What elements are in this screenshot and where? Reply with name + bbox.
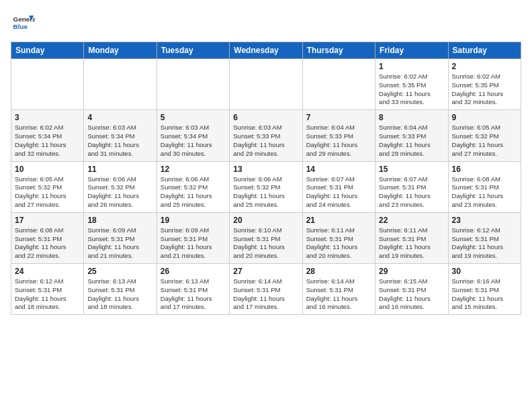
day-number: 13 xyxy=(233,165,298,174)
day-info: Sunrise: 6:06 AM Sunset: 5:32 PM Dayligh… xyxy=(161,175,226,210)
day-info: Sunrise: 6:04 AM Sunset: 5:33 PM Dayligh… xyxy=(379,124,444,158)
day-number: 11 xyxy=(87,165,152,174)
calendar-cell: 21Sunrise: 6:11 AM Sunset: 5:31 PM Dayli… xyxy=(302,212,375,263)
calendar-cell: 17Sunrise: 6:08 AM Sunset: 5:31 PM Dayli… xyxy=(11,212,84,263)
day-info: Sunrise: 6:12 AM Sunset: 5:31 PM Dayligh… xyxy=(452,226,517,261)
calendar-cell: 30Sunrise: 6:16 AM Sunset: 5:31 PM Dayli… xyxy=(448,264,521,315)
day-info: Sunrise: 6:04 AM Sunset: 5:33 PM Dayligh… xyxy=(306,124,371,158)
day-number: 14 xyxy=(306,165,371,174)
day-number: 12 xyxy=(161,165,226,174)
day-number: 19 xyxy=(161,216,226,225)
weekday-header-thursday: Thursday xyxy=(302,42,375,59)
calendar-cell: 22Sunrise: 6:11 AM Sunset: 5:31 PM Dayli… xyxy=(375,212,448,263)
day-info: Sunrise: 6:10 AM Sunset: 5:31 PM Dayligh… xyxy=(233,226,298,261)
day-number: 9 xyxy=(452,113,517,122)
weekday-header-tuesday: Tuesday xyxy=(157,42,229,59)
day-number: 24 xyxy=(15,267,80,276)
calendar-cell: 13Sunrise: 6:06 AM Sunset: 5:32 PM Dayli… xyxy=(230,161,302,212)
day-number: 21 xyxy=(306,216,371,225)
day-info: Sunrise: 6:12 AM Sunset: 5:31 PM Dayligh… xyxy=(15,277,80,312)
day-info: Sunrise: 6:14 AM Sunset: 5:31 PM Dayligh… xyxy=(306,277,371,312)
calendar-cell: 2Sunrise: 6:02 AM Sunset: 5:35 PM Daylig… xyxy=(448,59,521,110)
calendar-week-5: 24Sunrise: 6:12 AM Sunset: 5:31 PM Dayli… xyxy=(11,264,521,315)
calendar-cell: 14Sunrise: 6:07 AM Sunset: 5:31 PM Dayli… xyxy=(302,161,375,212)
calendar-cell: 5Sunrise: 6:03 AM Sunset: 5:34 PM Daylig… xyxy=(157,110,229,161)
day-number: 23 xyxy=(452,216,517,225)
calendar-header: SundayMondayTuesdayWednesdayThursdayFrid… xyxy=(11,42,521,59)
day-number: 7 xyxy=(306,113,371,122)
calendar-cell xyxy=(84,59,157,110)
calendar-table: SundayMondayTuesdayWednesdayThursdayFrid… xyxy=(11,42,521,315)
calendar-cell xyxy=(230,59,302,110)
day-number: 22 xyxy=(379,216,444,225)
day-info: Sunrise: 6:06 AM Sunset: 5:32 PM Dayligh… xyxy=(87,175,152,210)
page-header: General Blue xyxy=(11,11,521,35)
calendar-cell xyxy=(302,59,375,110)
calendar-cell: 7Sunrise: 6:04 AM Sunset: 5:33 PM Daylig… xyxy=(302,110,375,161)
day-number: 17 xyxy=(15,216,80,225)
day-number: 20 xyxy=(233,216,298,225)
calendar-cell: 29Sunrise: 6:15 AM Sunset: 5:31 PM Dayli… xyxy=(375,264,448,315)
day-info: Sunrise: 6:02 AM Sunset: 5:34 PM Dayligh… xyxy=(15,124,80,158)
calendar-week-1: 1Sunrise: 6:02 AM Sunset: 5:35 PM Daylig… xyxy=(11,59,521,110)
calendar-cell: 23Sunrise: 6:12 AM Sunset: 5:31 PM Dayli… xyxy=(448,212,521,263)
day-number: 26 xyxy=(161,267,226,276)
calendar-cell xyxy=(157,59,229,110)
day-number: 30 xyxy=(452,267,517,276)
calendar-week-3: 10Sunrise: 6:05 AM Sunset: 5:32 PM Dayli… xyxy=(11,161,521,212)
day-info: Sunrise: 6:15 AM Sunset: 5:31 PM Dayligh… xyxy=(379,277,444,312)
calendar-cell: 24Sunrise: 6:12 AM Sunset: 5:31 PM Dayli… xyxy=(11,264,84,315)
day-number: 10 xyxy=(15,165,80,174)
day-info: Sunrise: 6:11 AM Sunset: 5:31 PM Dayligh… xyxy=(306,226,371,261)
day-info: Sunrise: 6:16 AM Sunset: 5:31 PM Dayligh… xyxy=(452,277,517,312)
weekday-header-monday: Monday xyxy=(84,42,157,59)
calendar-cell: 1Sunrise: 6:02 AM Sunset: 5:35 PM Daylig… xyxy=(375,59,448,110)
calendar-cell: 18Sunrise: 6:09 AM Sunset: 5:31 PM Dayli… xyxy=(84,212,157,263)
day-info: Sunrise: 6:03 AM Sunset: 5:34 PM Dayligh… xyxy=(161,124,226,158)
day-info: Sunrise: 6:07 AM Sunset: 5:31 PM Dayligh… xyxy=(379,175,444,210)
day-info: Sunrise: 6:05 AM Sunset: 5:32 PM Dayligh… xyxy=(452,124,517,158)
day-info: Sunrise: 6:03 AM Sunset: 5:33 PM Dayligh… xyxy=(233,124,298,158)
weekday-header-row: SundayMondayTuesdayWednesdayThursdayFrid… xyxy=(11,42,521,59)
calendar-cell: 11Sunrise: 6:06 AM Sunset: 5:32 PM Dayli… xyxy=(84,161,157,212)
day-number: 6 xyxy=(233,113,298,122)
day-number: 2 xyxy=(452,62,517,71)
weekday-header-friday: Friday xyxy=(375,42,448,59)
calendar-cell: 19Sunrise: 6:09 AM Sunset: 5:31 PM Dayli… xyxy=(157,212,229,263)
logo: General Blue xyxy=(11,11,38,35)
day-info: Sunrise: 6:02 AM Sunset: 5:35 PM Dayligh… xyxy=(452,73,517,107)
calendar-cell: 20Sunrise: 6:10 AM Sunset: 5:31 PM Dayli… xyxy=(230,212,302,263)
day-info: Sunrise: 6:06 AM Sunset: 5:32 PM Dayligh… xyxy=(233,175,298,210)
day-number: 5 xyxy=(161,113,226,122)
day-number: 18 xyxy=(87,216,152,225)
calendar-cell: 4Sunrise: 6:03 AM Sunset: 5:34 PM Daylig… xyxy=(84,110,157,161)
day-number: 28 xyxy=(306,267,371,276)
day-info: Sunrise: 6:13 AM Sunset: 5:31 PM Dayligh… xyxy=(161,277,226,312)
calendar-cell: 27Sunrise: 6:14 AM Sunset: 5:31 PM Dayli… xyxy=(230,264,302,315)
weekday-header-wednesday: Wednesday xyxy=(230,42,302,59)
day-info: Sunrise: 6:02 AM Sunset: 5:35 PM Dayligh… xyxy=(379,73,444,107)
day-info: Sunrise: 6:09 AM Sunset: 5:31 PM Dayligh… xyxy=(87,226,152,261)
calendar-cell: 16Sunrise: 6:08 AM Sunset: 5:31 PM Dayli… xyxy=(448,161,521,212)
calendar-cell: 10Sunrise: 6:05 AM Sunset: 5:32 PM Dayli… xyxy=(11,161,84,212)
calendar-cell: 9Sunrise: 6:05 AM Sunset: 5:32 PM Daylig… xyxy=(448,110,521,161)
calendar-cell: 26Sunrise: 6:13 AM Sunset: 5:31 PM Dayli… xyxy=(157,264,229,315)
day-number: 29 xyxy=(379,267,444,276)
weekday-header-sunday: Sunday xyxy=(11,42,84,59)
day-number: 16 xyxy=(452,165,517,174)
day-number: 8 xyxy=(379,113,444,122)
svg-text:Blue: Blue xyxy=(13,23,28,30)
calendar-cell: 15Sunrise: 6:07 AM Sunset: 5:31 PM Dayli… xyxy=(375,161,448,212)
day-number: 25 xyxy=(87,267,152,276)
day-info: Sunrise: 6:14 AM Sunset: 5:31 PM Dayligh… xyxy=(233,277,298,312)
day-number: 1 xyxy=(379,62,444,71)
calendar-cell xyxy=(11,59,84,110)
calendar-cell: 3Sunrise: 6:02 AM Sunset: 5:34 PM Daylig… xyxy=(11,110,84,161)
day-info: Sunrise: 6:05 AM Sunset: 5:32 PM Dayligh… xyxy=(15,175,80,210)
day-info: Sunrise: 6:11 AM Sunset: 5:31 PM Dayligh… xyxy=(379,226,444,261)
day-info: Sunrise: 6:13 AM Sunset: 5:31 PM Dayligh… xyxy=(87,277,152,312)
day-number: 27 xyxy=(233,267,298,276)
calendar-cell: 25Sunrise: 6:13 AM Sunset: 5:31 PM Dayli… xyxy=(84,264,157,315)
calendar-cell: 12Sunrise: 6:06 AM Sunset: 5:32 PM Dayli… xyxy=(157,161,229,212)
day-number: 15 xyxy=(379,165,444,174)
